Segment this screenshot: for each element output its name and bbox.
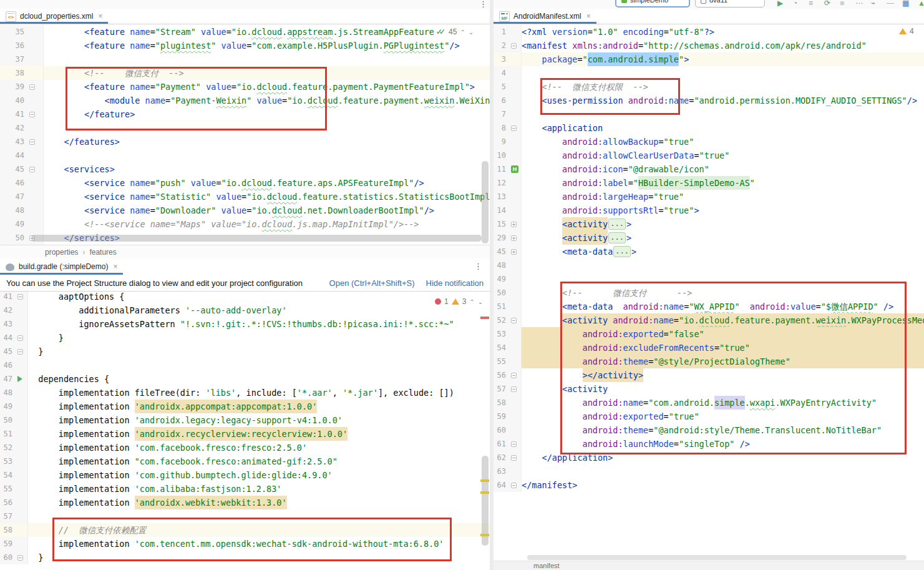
gutter-marks[interactable]: − bbox=[17, 331, 28, 345]
code-line-29[interactable]: 29+ <activity...> bbox=[494, 231, 924, 245]
code-line-49[interactable]: 49 bbox=[494, 272, 924, 286]
fold-collapse-icon[interactable]: − bbox=[511, 483, 517, 488]
code-line-4[interactable]: 4 bbox=[494, 66, 924, 80]
code-line-1[interactable]: 1<?xml version="1.0" encoding="utf-8"?> bbox=[494, 25, 924, 39]
inspections-widget[interactable]: 4 bbox=[897, 26, 917, 36]
gutter-marks[interactable]: − bbox=[510, 437, 522, 451]
gutter-marks[interactable]: − bbox=[29, 135, 44, 149]
code-line-48[interactable]: 48 bbox=[494, 258, 924, 272]
code-line-46[interactable]: 46 bbox=[0, 358, 490, 372]
code-line-42[interactable]: 42 bbox=[0, 121, 490, 135]
avd-manager-icon[interactable]: ▲ bbox=[918, 0, 924, 7]
attach-profiler-icon[interactable]: ◔ bbox=[793, 0, 797, 7]
fold-collapse-icon[interactable]: − bbox=[17, 349, 23, 355]
hide-notification-link[interactable]: Hide notification bbox=[426, 278, 484, 288]
horizontal-scrollbar[interactable] bbox=[527, 555, 907, 560]
code-line-9[interactable]: 9 android:allowBackup="true" bbox=[494, 135, 924, 149]
code-line-64[interactable]: 64−</manifest> bbox=[494, 478, 924, 492]
coverage-icon[interactable]: ≡ bbox=[809, 0, 813, 7]
code-line-8[interactable]: 8− <application bbox=[494, 121, 924, 135]
code-line-10[interactable]: 10 android:allowClearUserData="true" bbox=[494, 149, 924, 162]
vertical-scrollbar[interactable] bbox=[482, 456, 489, 546]
tab-dcloud-properties[interactable]: <> dcloud_properties.xml × bbox=[0, 9, 108, 24]
fold-collapse-icon[interactable]: − bbox=[29, 112, 35, 117]
editor-options-icon[interactable]: ⋮ bbox=[479, 1, 487, 8]
code-line-44[interactable]: 44− } bbox=[0, 331, 490, 345]
open-project-structure-link[interactable]: Open (Ctrl+Alt+Shift+S) bbox=[329, 278, 415, 288]
warning-stripe-mark[interactable] bbox=[480, 534, 489, 536]
code-line-46[interactable]: 46 <service name="push" value="io.dcloud… bbox=[0, 176, 490, 190]
next-problem-icon[interactable]: ⌄ bbox=[478, 298, 483, 305]
code-line-48[interactable]: 48 implementation fileTree(dir: 'libs', … bbox=[0, 386, 490, 400]
tab-build-gradle[interactable]: build.gradle (:simpleDemo) × bbox=[0, 258, 123, 275]
code-line-45[interactable]: 45− <services> bbox=[0, 162, 490, 176]
editor-android-manifest[interactable]: 1<?xml version="1.0" encoding="utf-8"?>2… bbox=[494, 24, 924, 557]
fold-expand-icon[interactable]: + bbox=[511, 235, 517, 241]
gutter-marks[interactable]: + bbox=[510, 217, 522, 231]
tab-android-manifest[interactable]: MF AndroidManifest.xml × bbox=[494, 9, 596, 24]
code-line-48[interactable]: 48 <service name="Downloader" value="io.… bbox=[0, 204, 490, 217]
code-line-43[interactable]: 43 ignoreAssetsPattern "!.svn:!.git:.*:!… bbox=[0, 317, 490, 331]
code-line-55[interactable]: 55 android:theme="@style/ProjectDialogTh… bbox=[494, 355, 924, 368]
fold-collapse-icon[interactable]: − bbox=[511, 373, 517, 378]
gutter-marks[interactable]: − bbox=[17, 551, 28, 564]
prev-problem-icon[interactable]: ⌃ bbox=[460, 29, 465, 36]
fold-collapse-icon[interactable]: − bbox=[511, 318, 517, 323]
code-line-42[interactable]: 42 additionalParameters '--auto-add-over… bbox=[0, 303, 490, 317]
code-line-54[interactable]: 54 implementation 'com.github.bumptech.g… bbox=[0, 468, 490, 482]
fold-collapse-icon[interactable]: − bbox=[17, 294, 23, 300]
gutter-marks[interactable]: H bbox=[510, 162, 522, 176]
gutter-marks[interactable]: + bbox=[510, 245, 522, 258]
fold-collapse-icon[interactable]: − bbox=[29, 167, 35, 172]
code-line-60[interactable]: 60− } bbox=[0, 551, 490, 564]
gutter-marks[interactable]: − bbox=[510, 39, 522, 52]
gutter-marks[interactable]: − bbox=[510, 313, 522, 327]
code-line-55[interactable]: 55 implementation 'com.alibaba:fastjson:… bbox=[0, 482, 490, 496]
sync-icon[interactable]: ⟳ bbox=[824, 0, 830, 7]
code-line-52[interactable]: 52− <activity android:name="io.dcloud.fe… bbox=[494, 313, 924, 327]
code-line-41[interactable]: 41− aaptOptions { bbox=[0, 292, 490, 303]
warning-stripe-mark[interactable] bbox=[480, 491, 489, 494]
code-line-49[interactable]: 49 implementation 'androidx.appcompat:ap… bbox=[0, 400, 490, 413]
editor-options-icon[interactable]: ⋮ bbox=[474, 263, 482, 270]
inspections-widget[interactable]: 1 3 ⌃ ⌄ bbox=[432, 297, 485, 307]
fold-collapse-icon[interactable]: − bbox=[17, 555, 23, 561]
profiler-icon[interactable]: ⌁ bbox=[871, 0, 875, 7]
fold-collapse-icon[interactable]: − bbox=[511, 125, 517, 131]
minimize-icon[interactable]: — bbox=[887, 0, 894, 7]
code-line-63[interactable]: 63 bbox=[494, 464, 924, 478]
gutter-marks[interactable]: − bbox=[510, 121, 522, 135]
code-line-53[interactable]: 53 implementation "com.facebook.fresco:a… bbox=[0, 455, 490, 468]
code-line-53[interactable]: 53 android:exported="false" bbox=[494, 327, 924, 341]
code-line-43[interactable]: 43− </features> bbox=[0, 135, 490, 149]
pane-splitter[interactable] bbox=[490, 0, 494, 570]
code-line-47[interactable]: 47 dependencies { bbox=[0, 372, 490, 386]
device-select[interactable]: dva11 bbox=[695, 0, 765, 7]
inspections-widget[interactable]: ✓✓ 45 ⌃ ⌄ bbox=[434, 27, 476, 37]
code-line-61[interactable]: 61− android:launchMode="singleTop" /> bbox=[494, 437, 924, 451]
code-line-11[interactable]: 11H android:icon="@drawable/icon" bbox=[494, 162, 924, 176]
code-line-62[interactable]: 62− </application> bbox=[494, 451, 924, 464]
stop-icon[interactable]: ■ bbox=[840, 0, 844, 7]
code-line-15[interactable]: 15+ <activity...> bbox=[494, 217, 924, 231]
code-line-41[interactable]: 41− </feature> bbox=[0, 107, 490, 121]
code-line-45[interactable]: 45− } bbox=[0, 345, 490, 358]
gutter-marks[interactable]: − bbox=[510, 478, 522, 492]
prev-problem-icon[interactable]: ⌃ bbox=[469, 298, 474, 305]
code-line-40[interactable]: 40 <module name="Payment-Weixin" value="… bbox=[0, 94, 490, 107]
close-icon[interactable]: × bbox=[586, 12, 591, 21]
fold-collapse-icon[interactable]: − bbox=[17, 335, 23, 341]
fold-collapse-icon[interactable]: − bbox=[29, 139, 35, 145]
gutter-marks[interactable]: − bbox=[510, 382, 522, 396]
code-line-57[interactable]: 57− <activity bbox=[494, 382, 924, 396]
gutter-marks[interactable]: − bbox=[17, 345, 28, 358]
fold-collapse-icon[interactable]: − bbox=[511, 386, 517, 392]
code-line-60[interactable]: 60 android:theme="@android:style/Theme.T… bbox=[494, 423, 924, 437]
bookmark-h-icon[interactable]: H bbox=[511, 165, 518, 173]
vertical-scrollbar[interactable] bbox=[482, 161, 489, 243]
fold-collapse-icon[interactable]: − bbox=[511, 455, 517, 461]
fold-collapse-icon[interactable]: − bbox=[511, 441, 517, 447]
gutter-marks[interactable] bbox=[17, 372, 28, 386]
code-line-14[interactable]: 14 android:supportsRtl="true"> bbox=[494, 204, 924, 217]
gutter-marks[interactable]: + bbox=[510, 231, 522, 245]
